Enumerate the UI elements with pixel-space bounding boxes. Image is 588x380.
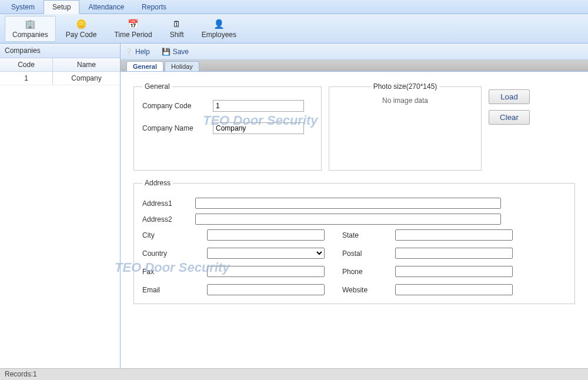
phone-input[interactable] (395, 266, 513, 277)
email-input[interactable] (207, 284, 325, 295)
fieldset-address: Address Address1 Address2 City State Cou… (133, 179, 575, 304)
calendar-icon: 📅 (114, 19, 152, 29)
records-label: Records: (5, 370, 33, 378)
row-code: 1 (0, 72, 53, 85)
sidebar: Companies Code Name 1 Company (0, 44, 121, 368)
toolbar-timeperiod-label: Time Period (114, 31, 152, 39)
toolbar: 🏢 Companies 🪙 Pay Code 📅 Time Period 🗓 S… (0, 14, 588, 44)
load-button[interactable]: Load (489, 89, 530, 104)
col-code-header[interactable]: Code (0, 58, 53, 71)
help-icon: ❔ (124, 48, 133, 56)
fax-input[interactable] (207, 266, 325, 277)
address1-label: Address1 (142, 199, 195, 208)
menubar: System Setup Attendance Reports (0, 0, 588, 14)
save-icon: 💾 (162, 48, 171, 56)
records-count: 1 (33, 370, 37, 378)
tab-general[interactable]: General (126, 61, 163, 71)
help-button[interactable]: ❔ Help (124, 48, 150, 56)
building-icon: 🏢 (12, 19, 48, 29)
main-area: Companies Code Name 1 Company ❔ Help 💾 S… (0, 44, 588, 368)
fax-label: Fax (142, 268, 195, 276)
save-label: Save (173, 48, 189, 56)
toolbar-timeperiod[interactable]: 📅 Time Period (106, 16, 159, 42)
state-input[interactable] (395, 229, 513, 241)
toolbar-employees-label: Employees (202, 31, 236, 39)
company-code-input[interactable] (213, 100, 304, 112)
city-label: City (142, 231, 195, 239)
website-input[interactable] (395, 284, 513, 295)
statusbar: Records:1 (0, 368, 588, 380)
postal-label: Postal (342, 249, 383, 258)
toolbar-paycode-label: Pay Code (66, 31, 97, 39)
address2-label: Address2 (142, 215, 195, 224)
tabstrip: General Holiday (121, 60, 588, 72)
table-row[interactable]: 1 Company (0, 72, 120, 85)
address1-input[interactable] (195, 198, 501, 209)
save-button[interactable]: 💾 Save (162, 48, 189, 56)
general-legend: General (142, 82, 172, 91)
fieldset-photo: Photo size(270*145) No image data (329, 82, 482, 171)
state-label: State (342, 231, 383, 239)
col-name-header[interactable]: Name (53, 58, 120, 71)
menu-system[interactable]: System (2, 0, 44, 14)
address-legend: Address (142, 179, 173, 187)
person-icon: 👤 (202, 19, 236, 29)
photo-buttons: Load Clear (489, 89, 530, 125)
address2-input[interactable] (195, 214, 501, 225)
toolbar-employees[interactable]: 👤 Employees (194, 16, 244, 42)
schedule-icon: 🗓 (170, 19, 184, 29)
toolbar-companies-label: Companies (12, 31, 48, 39)
website-label: Website (342, 286, 383, 294)
postal-input[interactable] (395, 248, 513, 259)
phone-label: Phone (342, 268, 383, 276)
menu-reports[interactable]: Reports (133, 0, 175, 14)
menu-setup[interactable]: Setup (44, 0, 79, 14)
grid-header: Code Name (0, 58, 120, 72)
help-label: Help (135, 48, 150, 56)
tab-holiday[interactable]: Holiday (165, 61, 199, 71)
company-name-label: Company Name (142, 124, 213, 132)
no-image-text: No image data (382, 96, 428, 105)
coin-icon: 🪙 (66, 19, 97, 29)
content: ❔ Help 💾 Save General Holiday TEO Door S… (121, 44, 588, 368)
form-body: TEO Door Security TEO Door Security Gene… (121, 72, 588, 368)
toolbar-shift-label: Shift (170, 31, 184, 39)
city-input[interactable] (207, 229, 325, 241)
photo-legend: Photo size(270*145) (371, 82, 440, 91)
email-label: Email (142, 286, 195, 294)
toolbar-shift[interactable]: 🗓 Shift (162, 16, 192, 42)
sidebar-title: Companies (0, 44, 120, 58)
toolbar-companies[interactable]: 🏢 Companies (5, 16, 56, 42)
country-select[interactable] (207, 248, 325, 259)
menu-attendance[interactable]: Attendance (79, 0, 133, 14)
company-name-input[interactable] (213, 122, 304, 134)
company-code-label: Company Code (142, 102, 213, 110)
row-name: Company (53, 72, 120, 85)
clear-button[interactable]: Clear (489, 110, 530, 125)
action-bar: ❔ Help 💾 Save (121, 44, 588, 60)
toolbar-paycode[interactable]: 🪙 Pay Code (58, 16, 105, 42)
fieldset-general: General Company Code Company Name (133, 82, 322, 171)
country-label: Country (142, 249, 195, 258)
